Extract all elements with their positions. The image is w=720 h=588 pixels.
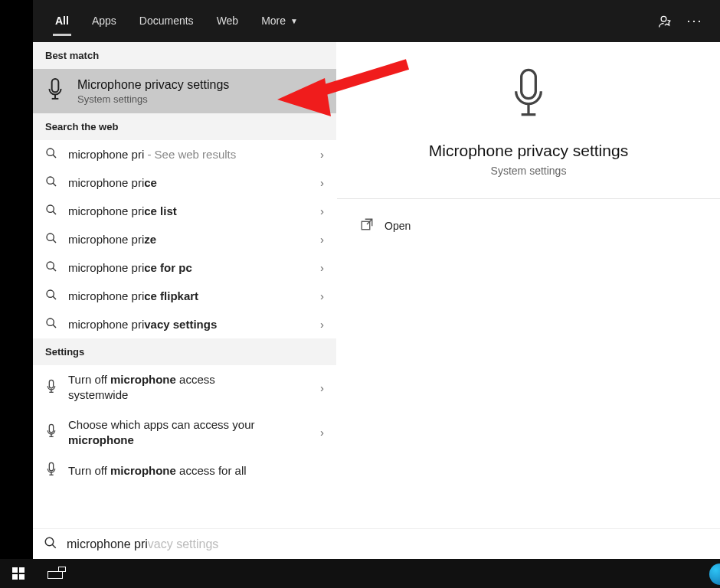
- microphone-icon: [45, 423, 57, 441]
- search-icon: [45, 260, 57, 275]
- web-result-1[interactable]: microphone price ›: [33, 168, 336, 197]
- search-filter-bar: All Apps Documents Web More ▼ ···: [33, 0, 720, 42]
- svg-rect-11: [49, 462, 53, 471]
- left-strip: [0, 0, 33, 588]
- start-button[interactable]: [0, 559, 37, 588]
- web-result-text: microphone privacy settings: [68, 318, 309, 331]
- chevron-right-icon: ›: [320, 318, 324, 331]
- best-match-title: Microphone privacy settings: [77, 78, 229, 92]
- results-panel: Best match Microphone privacy settings S…: [33, 42, 720, 528]
- chevron-right-icon: ›: [320, 233, 324, 246]
- svg-point-3: [47, 177, 54, 184]
- search-icon: [45, 232, 57, 247]
- filter-tab-more[interactable]: More ▼: [250, 0, 309, 42]
- microphone-icon: [45, 462, 57, 479]
- filter-tab-all[interactable]: All: [44, 0, 80, 42]
- svg-point-7: [47, 290, 54, 297]
- window-root: All Apps Documents Web More ▼ ··· Best m…: [0, 0, 720, 588]
- web-result-6[interactable]: microphone privacy settings ›: [33, 310, 336, 338]
- svg-point-8: [47, 318, 54, 325]
- microphone-icon: [45, 379, 57, 397]
- microphone-icon: [507, 65, 550, 128]
- best-match-text: Microphone privacy settings System setti…: [77, 78, 229, 105]
- web-result-text: microphone price flipkart: [68, 289, 309, 302]
- search-icon: [45, 317, 57, 332]
- chevron-right-icon: ›: [320, 381, 324, 394]
- chevron-right-icon: ›: [320, 204, 324, 217]
- preview-subtitle: System settings: [491, 165, 567, 177]
- chevron-down-icon: ▼: [290, 0, 298, 42]
- settings-result-1[interactable]: Choose which apps can access your microp…: [33, 410, 336, 456]
- svg-point-0: [661, 16, 666, 21]
- web-result-3[interactable]: microphone prize ›: [33, 225, 336, 253]
- web-result-text: microphone price: [68, 176, 309, 189]
- web-result-0[interactable]: microphone pri - See web results ›: [33, 140, 336, 168]
- filter-tab-web[interactable]: Web: [205, 0, 250, 42]
- settings-result-text: Turn off microphone access systemwide: [68, 372, 309, 403]
- preview-title: Microphone privacy settings: [429, 142, 628, 160]
- search-icon: [45, 204, 57, 218]
- open-action[interactable]: Open: [360, 213, 697, 238]
- settings-result-2[interactable]: Turn off microphone access for all: [33, 455, 336, 481]
- task-view-button[interactable]: [37, 559, 74, 588]
- open-icon: [360, 217, 374, 234]
- search-icon: [44, 536, 57, 553]
- web-result-text: microphone pri - See web results: [68, 148, 309, 161]
- svg-rect-10: [49, 425, 53, 433]
- web-result-4[interactable]: microphone price for pc ›: [33, 253, 336, 282]
- open-label: Open: [385, 220, 411, 232]
- svg-point-6: [47, 262, 54, 269]
- feedback-icon[interactable]: [651, 7, 680, 36]
- scroll-fade: [33, 514, 336, 528]
- windows-logo-icon: [12, 567, 25, 580]
- svg-rect-12: [522, 70, 536, 98]
- web-result-text: microphone price list: [68, 204, 309, 217]
- chevron-right-icon: ›: [320, 176, 324, 189]
- more-options-icon[interactable]: ···: [680, 7, 709, 36]
- filter-tab-documents[interactable]: Documents: [128, 0, 205, 42]
- search-input-bar[interactable]: microphone privacy settings: [33, 528, 720, 559]
- taskbar: [0, 559, 720, 588]
- filter-tab-apps[interactable]: Apps: [80, 0, 128, 42]
- svg-rect-9: [49, 380, 53, 388]
- preview-actions: Open: [337, 199, 720, 252]
- svg-point-4: [47, 205, 54, 212]
- svg-rect-1: [52, 79, 59, 92]
- web-result-2[interactable]: microphone price list ›: [33, 197, 336, 225]
- best-match-result[interactable]: Microphone privacy settings System setti…: [33, 69, 336, 113]
- web-result-5[interactable]: microphone price flipkart ›: [33, 282, 336, 310]
- section-header-web: Search the web: [33, 113, 336, 140]
- microphone-icon: [45, 77, 65, 106]
- preview-pane: Microphone privacy settings System setti…: [337, 42, 720, 528]
- results-left-column: Best match Microphone privacy settings S…: [33, 42, 337, 528]
- web-result-text: microphone prize: [68, 233, 309, 246]
- task-view-icon: [47, 568, 63, 579]
- search-icon: [45, 175, 57, 190]
- filter-more-label: More: [261, 0, 286, 42]
- search-icon: [45, 289, 57, 303]
- tray-app-icon[interactable]: [709, 564, 720, 585]
- chevron-right-icon: ›: [320, 148, 324, 161]
- section-header-settings: Settings: [33, 338, 336, 365]
- chevron-right-icon: ›: [320, 261, 324, 274]
- svg-point-2: [47, 149, 54, 155]
- search-input-text: microphone privacy settings: [67, 537, 218, 551]
- best-match-subtitle: System settings: [77, 93, 229, 105]
- svg-point-5: [47, 234, 54, 240]
- section-header-best-match: Best match: [33, 42, 336, 69]
- chevron-right-icon: ›: [320, 289, 324, 302]
- settings-result-text: Choose which apps can access your microp…: [68, 417, 309, 449]
- settings-result-text: Turn off microphone access for all: [68, 464, 324, 477]
- chevron-right-icon: ›: [320, 426, 324, 439]
- svg-point-15: [45, 537, 54, 546]
- settings-result-0[interactable]: Turn off microphone access systemwide ›: [33, 365, 336, 410]
- web-result-text: microphone price for pc: [68, 261, 309, 274]
- search-icon: [45, 147, 57, 162]
